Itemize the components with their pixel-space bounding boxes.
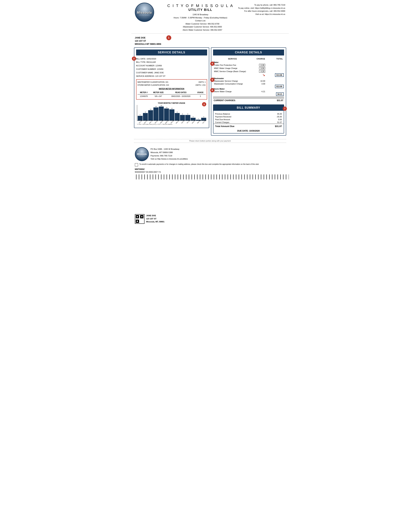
city-title: C I T Y O F M I S S O U L A [163, 3, 238, 8]
qr-tl-inner [137, 216, 138, 217]
badge-4: 4 [210, 61, 214, 66]
bar-group: 8 [175, 111, 180, 121]
wastewater-item-2-name: Wastewater Consumption Charge [213, 83, 252, 85]
service-address-field: SERVICE ADDRESS: 123 1ST ST [136, 75, 207, 78]
usage: 3 [195, 95, 206, 98]
water-item-3-total [266, 70, 284, 73]
hours-line: Hours: 7:30AM - 5:30PM Monday - Friday (… [163, 16, 238, 19]
water-item-1-name: Public Fire Protection Fee [213, 64, 252, 67]
stub-payments: Payments: 866-790-7218 [151, 154, 188, 157]
service-details-header: SERVICE DETAILS [136, 50, 207, 55]
customer-number: CUSTOMER NUMBER: 123456 [136, 68, 207, 71]
qr-address-city: Missoula, MT, 59801 [146, 220, 165, 223]
water-item-3: MWC Service Charge (Basic Charge) 4.28 [213, 70, 284, 73]
charge-details-header: CHARGE DETAILS [213, 50, 284, 55]
bar-labels: OCT 19NOV 19DEC 19JAN 20FEB 20MAR 20APR … [137, 121, 206, 123]
bar-label: JAN 20 [154, 120, 158, 124]
checkbox-text: To enroll in automatic payments or for c… [140, 163, 259, 166]
main-grid: SERVICE DETAILS 2 BILL DATE: 10/02/2020 … [131, 47, 289, 137]
prev-balance-value: 35.00 [277, 113, 282, 115]
stub-bottom: JANE DOE 123 1ST ST Missoula, MT, 59801 [131, 214, 289, 227]
address-info: 1345 W Broadway Hours: 7:30AM - 5:30PM M… [163, 13, 238, 32]
payment-received-row: Payment Recieved -35.00 [213, 115, 284, 118]
prev-balance-label: Previous Balance [215, 113, 230, 115]
bar-fill [138, 116, 143, 121]
contact-right: To pay by phone, call: 866.790.7218 To p… [238, 3, 285, 16]
qr-bl-inner [137, 221, 138, 222]
wastewater-class: WASTEWATER CLASSIFICATION: 101 [138, 81, 168, 84]
qr-area: JANE DOE 123 1ST ST Missoula, MT, 59801 [135, 214, 165, 224]
perforation-line: Please return bottom portion along with … [134, 139, 286, 143]
customer-name: JANE DOE [135, 36, 285, 39]
bar-group: 5 [138, 114, 143, 121]
city-logo: CITY OF Missoula OF FIVE VALLEYS [135, 3, 154, 22]
bar-fill [180, 115, 185, 121]
water-item-2-charge: 9.58 [252, 67, 266, 70]
customer-address1: 123 1ST ST [135, 39, 285, 43]
bar-value: 3 [203, 116, 204, 118]
wastewater-class-row: WASTEWATER CLASSIFICATION: 101 UNITS: 1 [138, 81, 206, 84]
barcode-line: 9000000007 00.0000.0007 7/1 [135, 171, 289, 173]
total-due-row: Total Amount Due $31.07 [213, 124, 284, 129]
payment-received-value: -35.00 [276, 116, 282, 118]
current-charges-row: CURRENT CHARGES: $31.07 [213, 98, 284, 103]
stub-logo: CITY OF Missoula OF FIVE VALLEYS [135, 147, 149, 161]
storm-class-row: STORM WATER CLASSIFICATION: 210 UNITS: 1… [138, 84, 206, 87]
storm-item-1-charge: 4.21 [252, 90, 266, 93]
storm-class: STORM WATER CLASSIFICATION: 210 [138, 84, 169, 87]
bar-chart: 581114151312866313 [137, 105, 206, 121]
stub-address: PO Box 5388 - 1345 W Broadway Missoula, … [151, 148, 188, 161]
due-date-row: DUE DATE: 10/30/2020 [213, 129, 284, 133]
bar-value: 15 [160, 105, 162, 106]
water-arrow-icon: ↘ [262, 73, 265, 77]
stub-po-box: PO Box 5388 - 1345 W Broadway [151, 148, 188, 151]
wastewater-category-row: 5 Wastewater [213, 77, 284, 79]
past-due-label: Past Due Amount [215, 118, 230, 121]
bill-type: BILL TYPE: REGULAR [136, 61, 207, 64]
bill-date: BILL DATE: 10/02/2020 [136, 57, 207, 61]
water-item-1-total [266, 64, 284, 67]
past-due-row: Past Due Amount 0.00 [213, 118, 284, 121]
auto-pay-checkbox[interactable] [135, 163, 138, 166]
charge-divider [213, 96, 284, 97]
customer-address-section: JANE DOE 123 1ST ST MISSOULA MT 59801-88… [131, 34, 289, 47]
meter-col3: READ DATES [167, 91, 195, 95]
service-details-box: SERVICE DETAILS 2 BILL DATE: 10/02/2020 … [134, 47, 209, 128]
wastewater-category-cell: 5 Wastewater [213, 77, 284, 79]
meter-data-row: 12345678 5/8 x 3/4" 09/02/2020 - 10/20/2… [138, 95, 206, 98]
prev-balance-row: Previous Balance 35.00 [213, 113, 284, 115]
stub-visit: Visit us http://www.ci.missoula.mt.us/ut… [151, 157, 188, 161]
wastewater-units: UNITS: 1 [198, 81, 206, 84]
stub-logo-bottom: OF FIVE VALLEYS [138, 155, 146, 157]
phone-pay: To pay by phone, call: 866.790.7218 [238, 3, 285, 7]
wastewater-item-1-charge: 10.00 [252, 80, 266, 82]
stub-logo-main: Missoula [137, 153, 147, 155]
total-due-label: Total Amount Due [215, 125, 235, 128]
bill-summary-header: BILL SUMMARY [213, 105, 284, 111]
qr-code [135, 214, 144, 224]
logo-area: CITY OF Missoula OF FIVE VALLEYS [135, 3, 159, 22]
storm-subtotal-value: $4.21 [266, 93, 284, 95]
water-item-1: Public Fire Protection Fee 0.36 [213, 64, 284, 67]
bar-fill [169, 109, 174, 121]
account-code: MMT9999Z [135, 168, 289, 170]
wastewater-item-2: Wastewater Consumption Charge 3.00 [213, 83, 284, 85]
bar-label: JUL 20 [186, 120, 190, 124]
meter-col4: USAGE [195, 91, 206, 95]
badge-1: 1 [166, 35, 171, 40]
barcode-visual: ||||||||||||||||||||||||||||||||||||||||… [135, 174, 289, 180]
wastewater-label: Wastewater [213, 76, 224, 79]
bar-group: 15 [159, 105, 164, 121]
water-cs: -Water Customer Service: 406.552.6700 [163, 22, 238, 26]
meter-col1: METER # [138, 91, 150, 95]
classification-box: WASTEWATER CLASSIFICATION: 101 UNITS: 1 … [136, 79, 207, 100]
logo-main-text: Missoula [137, 11, 152, 14]
charge-header-row: SERVICE CHARGE TOTAL [213, 58, 284, 61]
stub-city-state: Missoula, MT 59806-5388 [151, 151, 188, 154]
qr-address-line1: 123 1ST ST [146, 217, 165, 220]
online-pay: To pay online, visit: https://utilitybil… [238, 7, 285, 10]
wastewater-item-2-charge: 3.00 [252, 83, 266, 85]
bar-value: 1 [198, 118, 199, 120]
charge-table: SERVICE CHARGE TOTAL 4 Water Public F [213, 57, 284, 96]
water-category-row: 4 Water [213, 61, 284, 63]
